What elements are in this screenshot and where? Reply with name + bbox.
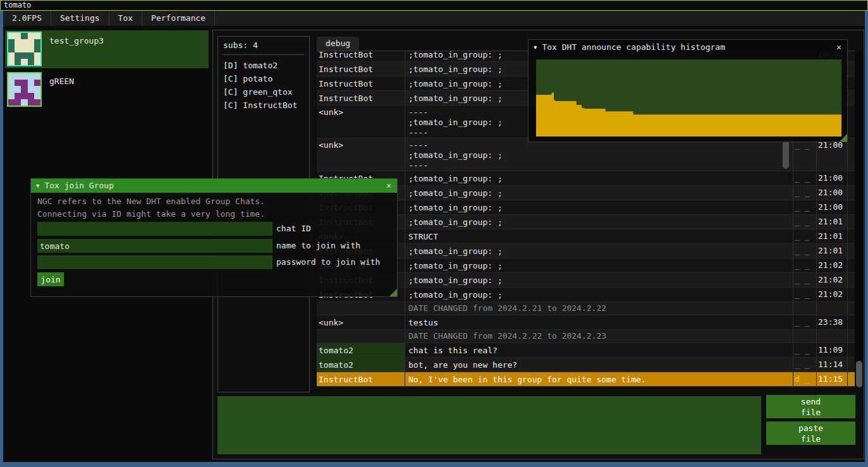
message-timestamp: 21:02 bbox=[818, 260, 847, 270]
message-timestamp: 21:01 bbox=[818, 217, 847, 226]
chat-scrollbar[interactable] bbox=[855, 51, 864, 387]
message-timestamp: 21:00 bbox=[818, 202, 847, 212]
message-row[interactable]: <unk>testus_ _23:38 bbox=[317, 315, 855, 330]
ngc-info-line2: Connecting via ID might take a very long… bbox=[37, 209, 265, 219]
resize-grip-icon[interactable] bbox=[389, 289, 397, 296]
send-file-button[interactable]: send file bbox=[766, 395, 855, 418]
member-item-InstructBot[interactable]: [C] InstructBot bbox=[223, 99, 304, 112]
message-line: ;tomato_in_group: ; bbox=[408, 289, 792, 300]
delivery-flags: _ _ bbox=[795, 260, 817, 270]
date-separator-row: DATE CHANGED from 2024.2.21 to 2024.2.22 bbox=[317, 302, 855, 315]
subs-separator bbox=[223, 54, 304, 55]
join-window-titlebar[interactable]: ▼Tox join Group ✕ bbox=[31, 179, 397, 193]
date-changed-text: DATE CHANGED from 2024.2.21 to 2024.2.22 bbox=[408, 303, 606, 313]
message-row[interactable]: InstructBotNo, I've been in this group f… bbox=[317, 372, 855, 387]
group-name: test_group3 bbox=[49, 36, 104, 45]
sender-name: InstructBot bbox=[317, 372, 405, 386]
resize-grip-icon[interactable] bbox=[840, 134, 847, 142]
message-line: ;tomato_in_group: ; bbox=[408, 188, 792, 198]
paste-file-button[interactable]: paste file bbox=[766, 422, 855, 445]
menu-performance[interactable]: Performance bbox=[142, 11, 215, 26]
window-border-left bbox=[0, 11, 3, 462]
delivery-flags: _ _ bbox=[795, 202, 817, 212]
join-button[interactable]: join bbox=[37, 272, 64, 286]
message-line: ;tomato_in_group: ; bbox=[408, 260, 792, 271]
message-text: testus bbox=[406, 315, 792, 329]
message-text: ;tomato_in_group: ; bbox=[406, 288, 792, 301]
delivery-flags: _ _ bbox=[795, 275, 817, 284]
date-changed-text: DATE CHANGED from 2024.2.22 to 2024.2.23 bbox=[408, 331, 606, 341]
message-line: ;tomato_in_group: ; bbox=[408, 202, 792, 213]
message-timestamp: 21:00 bbox=[818, 173, 847, 183]
message-line: ;tomato_in_group: ; bbox=[408, 275, 792, 286]
message-text: ;tomato_in_group: ; bbox=[406, 273, 792, 287]
message-timestamp: 11:14 bbox=[818, 360, 847, 369]
subs-count: subs: 4 bbox=[223, 40, 304, 50]
member-item-tomato2[interactable]: [D] tomato2 bbox=[223, 59, 304, 72]
message-row[interactable]: tomato2bot, are you new here?_ _11:14 bbox=[317, 358, 855, 372]
message-row[interactable]: <unk>----;tomato_in_group: ;----_ _21:00 bbox=[317, 138, 855, 171]
delivery-flags: _ _ bbox=[795, 217, 817, 226]
dht-histogram-plot bbox=[536, 59, 841, 136]
sender-name: tomato2 bbox=[317, 343, 405, 357]
window-title: tomato bbox=[4, 1, 31, 9]
menu-settings[interactable]: Settings bbox=[51, 11, 109, 26]
window-titlebar[interactable]: tomato bbox=[0, 0, 868, 11]
sender-name: <unk> bbox=[317, 138, 405, 171]
message-timestamp: 21:02 bbox=[818, 275, 847, 284]
member-item-green_qtox[interactable]: [C] green_qtox bbox=[223, 85, 304, 99]
collapse-arrow-icon[interactable]: ▼ bbox=[31, 179, 44, 193]
sender-name: InstructBot bbox=[317, 76, 405, 90]
sender-name: InstructBot bbox=[317, 91, 405, 105]
group-avatar bbox=[7, 72, 42, 107]
ngc-info-line1: NGC refers to the New DHT enabled Group … bbox=[37, 197, 265, 206]
message-text: ;tomato_in_group: ; bbox=[406, 186, 792, 200]
message-text: ;tomato_in_group: ; bbox=[406, 244, 792, 258]
message-line: ;tomato_in_group: ; bbox=[408, 173, 792, 184]
message-timestamp: 11:15 bbox=[818, 374, 847, 384]
message-text: ;tomato_in_group: ; bbox=[406, 215, 792, 229]
window-border-right bbox=[865, 11, 868, 462]
message-line: ;tomato_in_group: ; bbox=[408, 217, 792, 227]
app-root: tomato 2.0FPS Settings Tox Performance t… bbox=[0, 0, 868, 467]
message-line: chat is this real? bbox=[408, 345, 792, 356]
message-line: bot, are you new here? bbox=[408, 360, 792, 370]
message-text: bot, are you new here? bbox=[406, 358, 792, 372]
delivery-flags: _ _ bbox=[795, 345, 817, 355]
close-icon[interactable]: ✕ bbox=[383, 179, 394, 193]
message-timestamp: 21:00 bbox=[818, 188, 847, 197]
message-text: No, I've been in this group for quite so… bbox=[406, 372, 792, 386]
message-timestamp: 23:38 bbox=[818, 317, 847, 327]
date-separator-row: DATE CHANGED from 2024.2.22 to 2024.2.23 bbox=[317, 330, 855, 343]
histogram-window-titlebar[interactable]: ▼Tox DHT announce capability histogram ✕ bbox=[529, 40, 847, 54]
message-text: ----;tomato_in_group: ;---- bbox=[406, 138, 792, 171]
group-item-gREEN[interactable]: gREEN bbox=[5, 71, 209, 109]
close-icon[interactable]: ✕ bbox=[833, 40, 845, 54]
sender-name: InstructBot bbox=[317, 62, 405, 76]
group-item-test_group3[interactable]: test_group3 bbox=[5, 30, 209, 68]
join-name-field[interactable] bbox=[37, 239, 272, 253]
histogram-window-title: Tox DHT announce capability histogram bbox=[542, 42, 725, 52]
message-line: ;tomato_in_group: ; bbox=[408, 246, 792, 257]
join-password-field[interactable] bbox=[37, 255, 272, 269]
message-scrollbar-thumb[interactable] bbox=[783, 141, 789, 169]
member-item-potato[interactable]: [C] potato bbox=[223, 72, 304, 85]
message-timestamp: 11:09 bbox=[818, 345, 847, 355]
message-input[interactable] bbox=[217, 396, 761, 454]
histogram-area-series bbox=[536, 59, 841, 136]
collapse-arrow-icon[interactable]: ▼ bbox=[529, 40, 542, 55]
chat-id-field[interactable] bbox=[37, 222, 272, 236]
delivery-flags: _ _ bbox=[795, 289, 817, 299]
delivery-flags: _ _ bbox=[795, 173, 817, 183]
menu-tox[interactable]: Tox bbox=[109, 11, 142, 26]
delivery-flags: _ _ bbox=[795, 188, 817, 197]
tab-debug[interactable]: debug bbox=[317, 37, 359, 51]
message-row[interactable]: tomato2chat is this real?_ _11:09 bbox=[317, 343, 855, 358]
message-timestamp: 21:02 bbox=[818, 289, 847, 299]
sender-name: <unk> bbox=[317, 106, 405, 138]
delivery-flags: _ _ bbox=[795, 360, 817, 369]
menu-bar: 2.0FPS Settings Tox Performance bbox=[3, 11, 865, 26]
chat-scrollbar-thumb[interactable] bbox=[856, 361, 862, 387]
delivery-flags: d _ bbox=[795, 374, 817, 384]
sender-name: tomato2 bbox=[317, 358, 405, 372]
